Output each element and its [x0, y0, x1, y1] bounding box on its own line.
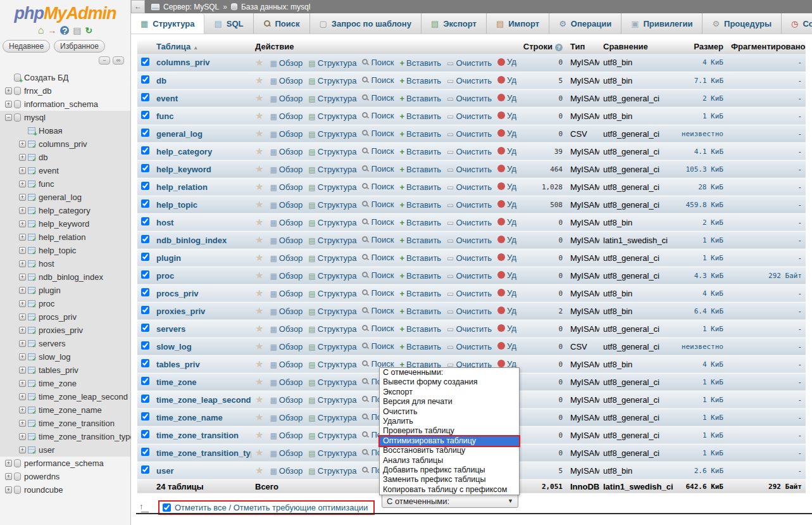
browse-link[interactable]: Обзор: [270, 129, 303, 139]
favorite-star-icon[interactable]: ★: [255, 465, 263, 476]
expand-icon[interactable]: +: [5, 473, 12, 480]
empty-link[interactable]: Очистить: [447, 218, 492, 227]
empty-link[interactable]: Очистить: [447, 76, 492, 85]
tab-privileges[interactable]: Привилегии: [621, 13, 703, 34]
insert-link[interactable]: Вставить: [399, 182, 441, 192]
docs-icon[interactable]: ▤: [73, 25, 81, 35]
tab-structure[interactable]: Структура: [131, 13, 204, 34]
row-checkbox[interactable]: [141, 199, 149, 208]
structure-link[interactable]: Структура: [308, 466, 356, 476]
expand-icon[interactable]: +: [19, 141, 26, 148]
empty-link[interactable]: Очистить: [447, 307, 492, 316]
table-name-link[interactable]: slow_log: [156, 342, 192, 351]
browse-link[interactable]: Обзор: [270, 324, 303, 334]
favorite-star-icon[interactable]: ★: [255, 429, 263, 440]
menu-item[interactable]: Проверить таблицу: [380, 426, 519, 436]
browse-link[interactable]: Обзор: [270, 448, 303, 458]
table-name-link[interactable]: ndb_binlog_index: [156, 236, 227, 245]
search-link[interactable]: Поиск: [362, 288, 394, 298]
expand-icon[interactable]: +: [19, 287, 26, 294]
sidebar-item-tables_priv[interactable]: +tables_priv: [0, 364, 130, 377]
structure-link[interactable]: Структура: [308, 377, 356, 387]
structure-link[interactable]: Структура: [308, 218, 356, 227]
expand-icon[interactable]: +: [19, 274, 26, 281]
insert-link[interactable]: Вставить: [399, 218, 441, 227]
browse-link[interactable]: Обзор: [270, 253, 303, 263]
row-checkbox[interactable]: [141, 235, 149, 243]
insert-link[interactable]: Вставить: [399, 147, 441, 156]
row-checkbox[interactable]: [141, 412, 149, 421]
row-checkbox[interactable]: [141, 377, 149, 385]
sidebar-item-user[interactable]: +user: [0, 443, 130, 457]
tab-query[interactable]: Запрос по шаблону: [310, 13, 422, 34]
favorite-star-icon[interactable]: ★: [255, 199, 263, 210]
sidebar-item-help_relation[interactable]: +help_relation: [0, 231, 130, 244]
sidebar-item-frnx_db[interactable]: +frnx_db: [0, 84, 130, 98]
expand-icon[interactable]: +: [19, 380, 26, 387]
browse-link[interactable]: Обзор: [270, 165, 303, 174]
sidebar-item-time_zone[interactable]: +time_zone: [0, 377, 130, 390]
structure-link[interactable]: Структура: [308, 324, 356, 334]
expand-icon[interactable]: +: [19, 367, 26, 374]
search-link[interactable]: Поиск: [362, 306, 394, 315]
menu-item[interactable]: Оптимизировать таблицу: [380, 436, 519, 446]
empty-link[interactable]: Очистить: [447, 271, 492, 281]
drop-link[interactable]: Удалить: [497, 93, 517, 103]
expand-icon[interactable]: +: [19, 340, 26, 347]
browse-link[interactable]: Обзор: [270, 342, 303, 351]
favorite-star-icon[interactable]: ★: [255, 252, 263, 263]
tab-import[interactable]: Импорт: [487, 13, 549, 34]
browse-link[interactable]: Обзор: [270, 360, 303, 369]
tab-events[interactable]: События: [782, 13, 812, 34]
expand-icon[interactable]: +: [19, 194, 26, 201]
sidebar-item-func[interactable]: +func: [0, 177, 130, 191]
table-name-link[interactable]: db: [156, 76, 166, 85]
menu-item[interactable]: Заменить префикс таблицы: [380, 475, 519, 484]
expand-icon[interactable]: +: [19, 234, 26, 241]
favorite-star-icon[interactable]: ★: [255, 163, 263, 174]
menu-item[interactable]: Копировать таблицу с префиксом: [380, 485, 519, 495]
sidebar-item-information_schema[interactable]: +information_schema: [0, 98, 130, 111]
expand-icon[interactable]: +: [19, 407, 26, 414]
table-name-link[interactable]: help_topic: [156, 200, 197, 210]
drop-link[interactable]: Удалить: [497, 217, 517, 227]
sidebar-item-mysql[interactable]: −mysql: [0, 111, 130, 124]
browse-link[interactable]: Обзор: [270, 58, 303, 68]
table-name-link[interactable]: plugin: [156, 253, 181, 263]
structure-link[interactable]: Структура: [308, 58, 356, 68]
table-name-link[interactable]: general_log: [156, 129, 203, 139]
structure-link[interactable]: Структура: [308, 253, 356, 263]
expand-icon[interactable]: +: [5, 101, 12, 108]
drop-link[interactable]: Удалить: [497, 182, 517, 191]
menu-item[interactable]: Вывести форму создания: [380, 377, 519, 387]
search-link[interactable]: Поиск: [362, 235, 394, 244]
drop-link[interactable]: Удалить: [497, 270, 517, 280]
expand-icon[interactable]: +: [19, 247, 26, 254]
drop-link[interactable]: Удалить: [497, 75, 517, 85]
sidebar-item-proc[interactable]: +proc: [0, 297, 130, 310]
breadcrumb-database[interactable]: База данных: mysql: [241, 3, 310, 11]
search-link[interactable]: Поиск: [362, 93, 394, 103]
help-icon[interactable]: ?: [60, 26, 69, 35]
structure-link[interactable]: Структура: [308, 182, 356, 192]
favorite-star-icon[interactable]: ★: [255, 394, 263, 405]
favorite-star-icon[interactable]: ★: [255, 217, 263, 227]
search-link[interactable]: Поиск: [362, 270, 394, 280]
empty-link[interactable]: Очистить: [447, 165, 492, 174]
drop-link[interactable]: Удалить: [497, 164, 517, 174]
insert-link[interactable]: Вставить: [399, 111, 441, 121]
browse-link[interactable]: Обзор: [270, 431, 303, 440]
with-selected-select[interactable]: С отмеченными: ▼: [382, 494, 518, 508]
insert-link[interactable]: Вставить: [399, 58, 441, 68]
structure-link[interactable]: Структура: [308, 431, 356, 440]
table-name-link[interactable]: host: [156, 218, 173, 227]
favorite-star-icon[interactable]: ★: [255, 181, 263, 192]
structure-link[interactable]: Структура: [308, 342, 356, 351]
expand-icon[interactable]: +: [19, 220, 26, 227]
row-checkbox[interactable]: [141, 253, 149, 261]
structure-link[interactable]: Структура: [308, 289, 356, 298]
row-checkbox[interactable]: [141, 448, 149, 456]
structure-link[interactable]: Структура: [308, 236, 356, 245]
favorite-star-icon[interactable]: ★: [255, 128, 263, 139]
empty-link[interactable]: Очистить: [447, 111, 492, 121]
